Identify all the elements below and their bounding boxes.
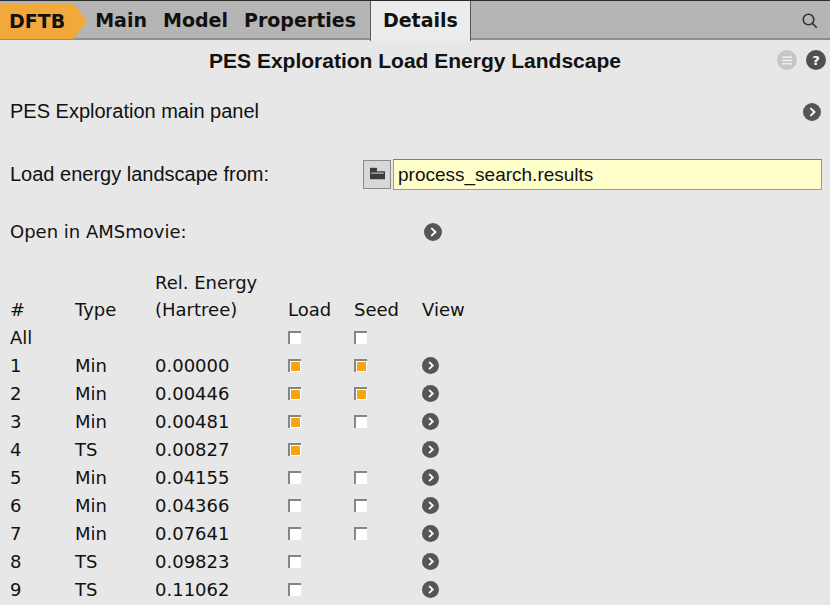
row-type: Min [75,464,107,492]
seed-checkbox[interactable] [354,359,367,372]
row-type: TS [75,548,97,576]
landscape-file-input[interactable] [393,159,822,190]
amsmovie-chevron-icon[interactable] [424,223,442,241]
seed-checkbox[interactable] [354,527,367,540]
load-checkbox[interactable] [288,359,301,372]
menu-icon[interactable] [777,50,797,70]
load-checkbox[interactable] [288,387,301,400]
type-header: Type [75,296,116,324]
view-button[interactable] [422,357,439,374]
row-number: 4 [10,436,21,464]
row-number: 8 [10,548,21,576]
row-type: Min [75,380,107,408]
row-energy: 0.11062 [155,576,229,604]
view-button[interactable] [422,413,439,430]
table-row: 1 Min 0.00000 [0,352,500,380]
row-energy: 0.04366 [155,492,229,520]
table-row: 3 Min 0.00481 [0,408,500,436]
load-checkbox[interactable] [288,471,301,484]
seed-checkbox[interactable] [354,387,367,400]
table-row: 8 TS 0.09823 [0,548,500,576]
row-energy: 0.00000 [155,352,229,380]
view-button[interactable] [422,525,439,542]
num-header: # [10,296,25,324]
row-energy: 0.04155 [155,464,229,492]
table-header-line1: Rel. Energy [0,270,500,296]
row-energy: 0.07641 [155,520,229,548]
folder-icon [369,165,386,184]
seed-all-checkbox[interactable] [354,331,367,344]
search-icon[interactable] [790,1,830,40]
row-number: 7 [10,520,21,548]
row-number: 5 [10,464,21,492]
view-button[interactable] [422,553,439,570]
view-button[interactable] [422,581,439,598]
load-header: Load [288,296,331,324]
tab-bar: DFTB Main Model Properties Details [0,0,830,40]
row-number: 2 [10,380,21,408]
row-type: Min [75,352,107,380]
row-energy: 0.09823 [155,548,229,576]
load-checkbox[interactable] [288,583,301,596]
row-energy: 0.00827 [155,436,229,464]
row-number: 9 [10,576,21,604]
load-landscape-label: Load energy landscape from: [10,163,269,186]
table-header-line2: # Type (Hartree) Load Seed View [0,296,500,324]
tab-model[interactable]: Model [155,1,236,40]
amsmovie-label: Open in AMSmovie: [10,221,187,242]
row-number: 3 [10,408,21,436]
table-row: 4 TS 0.00827 [0,436,500,464]
row-number: 1 [10,352,21,380]
energy-header-line1: Rel. Energy [155,270,257,296]
browse-button[interactable] [363,160,391,189]
main-panel-chevron-icon[interactable] [803,103,821,121]
row-energy: 0.00446 [155,380,229,408]
table-body: 1 Min 0.00000 2 Min 0.00446 3 Min 0.0048… [0,352,500,604]
energy-header-line2: (Hartree) [155,296,237,324]
table-row: 5 Min 0.04155 [0,464,500,492]
row-type: Min [75,520,107,548]
seed-checkbox[interactable] [354,415,367,428]
pes-exploration-details-panel: DFTB Main Model Properties Details PES E… [0,0,830,605]
energy-landscape-table: Rel. Energy # Type (Hartree) Load Seed V… [0,270,500,604]
tabbar-spacer [471,1,790,40]
page-title: PES Exploration Load Energy Landscape [0,49,830,73]
help-icon[interactable]: ? [806,50,826,70]
tab-details[interactable]: Details [370,1,471,41]
table-row: 9 TS 0.11062 [0,576,500,604]
load-checkbox[interactable] [288,499,301,512]
row-type: Min [75,408,107,436]
tab-dftb[interactable]: DFTB [0,3,87,39]
row-type: Min [75,492,107,520]
view-button[interactable] [422,497,439,514]
table-row: 7 Min 0.07641 [0,520,500,548]
row-energy: 0.00481 [155,408,229,436]
row-type: TS [75,436,97,464]
seed-header: Seed [354,296,399,324]
table-row: 2 Min 0.00446 [0,380,500,408]
view-button[interactable] [422,385,439,402]
load-checkbox[interactable] [288,527,301,540]
row-number: 6 [10,492,21,520]
load-checkbox[interactable] [288,555,301,568]
main-panel-label: PES Exploration main panel [10,100,259,123]
all-row-label: All [10,324,32,352]
table-all-row: All [0,324,500,352]
row-type: TS [75,576,97,604]
load-checkbox[interactable] [288,443,301,456]
view-button[interactable] [422,441,439,458]
table-row: 6 Min 0.04366 [0,492,500,520]
seed-checkbox[interactable] [354,471,367,484]
tab-main[interactable]: Main [87,1,155,40]
view-button[interactable] [422,469,439,486]
view-header: View [422,296,465,324]
seed-checkbox[interactable] [354,499,367,512]
load-all-checkbox[interactable] [288,331,301,344]
tab-properties[interactable]: Properties [236,1,364,40]
load-checkbox[interactable] [288,415,301,428]
